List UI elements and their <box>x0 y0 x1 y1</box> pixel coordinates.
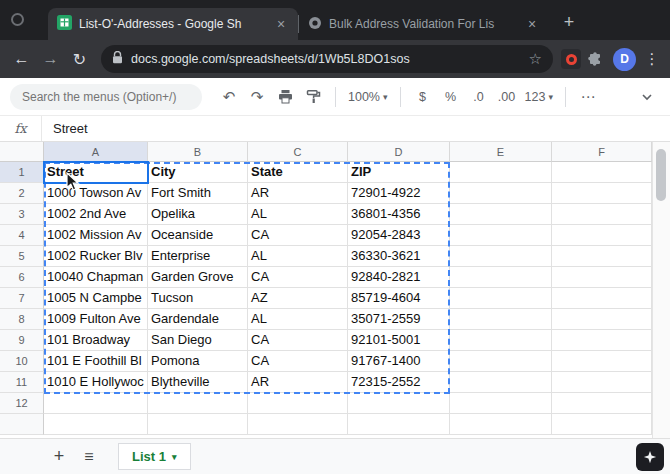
explore-button[interactable] <box>636 443 664 471</box>
cell[interactable] <box>552 372 652 393</box>
cell[interactable]: Opelika <box>148 204 248 225</box>
scrollbar-thumb[interactable] <box>656 149 666 201</box>
cell[interactable]: AL <box>248 246 348 267</box>
cell[interactable] <box>552 414 652 435</box>
cell[interactable]: 92840-2821 <box>348 267 450 288</box>
cell[interactable] <box>450 204 552 225</box>
cell[interactable]: 1002 Rucker Blv <box>44 246 148 267</box>
cell[interactable] <box>148 414 248 435</box>
extensions-puzzle-icon[interactable] <box>583 47 607 71</box>
row-header[interactable]: 10 <box>0 351 44 372</box>
row-header[interactable]: 1 <box>0 162 44 183</box>
cell[interactable]: 92054-2843 <box>348 225 450 246</box>
tab-close-icon[interactable]: × <box>524 16 540 32</box>
cell[interactable] <box>248 414 348 435</box>
add-sheet-button[interactable]: + <box>44 442 74 472</box>
browser-menu-icon[interactable]: ⋮ <box>642 50 662 68</box>
row-header[interactable]: 12 <box>0 393 44 414</box>
cell[interactable]: 1010 E Hollywoc <box>44 372 148 393</box>
cell[interactable] <box>552 162 652 183</box>
cell[interactable]: Pomona <box>148 351 248 372</box>
cell[interactable]: CA <box>248 267 348 288</box>
row-header[interactable]: 3 <box>0 204 44 225</box>
url-bar[interactable]: docs.google.com/spreadsheets/d/1Wb5L8DO1… <box>101 45 553 73</box>
cell[interactable] <box>450 330 552 351</box>
cell[interactable]: AR <box>248 372 348 393</box>
cell[interactable]: Gardendale <box>148 309 248 330</box>
cell[interactable] <box>552 309 652 330</box>
cell[interactable]: AL <box>248 309 348 330</box>
recorder-extension-icon[interactable] <box>561 49 581 69</box>
sheet-tab-list1[interactable]: List 1 ▾ <box>118 443 191 470</box>
undo-icon[interactable]: ↶ <box>216 84 242 110</box>
select-all-corner[interactable] <box>0 142 44 162</box>
cell[interactable] <box>552 351 652 372</box>
redo-icon[interactable]: ↷ <box>244 84 270 110</box>
cell[interactable]: 36801-4356 <box>348 204 450 225</box>
cell[interactable]: AR <box>248 183 348 204</box>
cell[interactable] <box>552 246 652 267</box>
cell[interactable] <box>44 393 148 414</box>
row-header[interactable] <box>0 414 44 435</box>
cell[interactable]: Street <box>44 162 148 183</box>
column-header-E[interactable]: E <box>450 142 552 162</box>
column-header-F[interactable]: F <box>552 142 652 162</box>
cell[interactable]: 1000 Towson Av <box>44 183 148 204</box>
cell[interactable] <box>348 414 450 435</box>
search-menus-input[interactable] <box>10 84 202 110</box>
cell[interactable]: Oceanside <box>148 225 248 246</box>
cell[interactable]: CA <box>248 330 348 351</box>
format-currency-button[interactable]: $ <box>410 84 436 110</box>
back-icon[interactable]: ← <box>8 46 35 73</box>
row-header[interactable]: 2 <box>0 183 44 204</box>
cell[interactable] <box>552 225 652 246</box>
cell[interactable] <box>248 393 348 414</box>
cell[interactable] <box>44 414 148 435</box>
cell[interactable] <box>450 288 552 309</box>
cell[interactable] <box>450 246 552 267</box>
increase-decimal-button[interactable]: .00 <box>494 84 520 110</box>
toolbar-overflow-button[interactable]: ⋯ <box>575 84 601 110</box>
cell[interactable] <box>552 204 652 225</box>
cell[interactable] <box>450 309 552 330</box>
column-header-A[interactable]: A <box>44 142 148 162</box>
cell[interactable]: Garden Grove <box>148 267 248 288</box>
cell[interactable] <box>148 393 248 414</box>
cell[interactable]: 10040 Chapman <box>44 267 148 288</box>
cell[interactable] <box>552 183 652 204</box>
row-header[interactable]: 9 <box>0 330 44 351</box>
cell[interactable]: 1005 N Campbe <box>44 288 148 309</box>
bookmark-star-icon[interactable]: ☆ <box>529 50 542 68</box>
zoom-select[interactable]: 100%▾ <box>345 84 391 110</box>
row-header[interactable]: 7 <box>0 288 44 309</box>
cell[interactable]: 91767-1400 <box>348 351 450 372</box>
cell[interactable] <box>450 162 552 183</box>
forward-icon[interactable]: → <box>37 46 64 73</box>
row-header[interactable]: 4 <box>0 225 44 246</box>
browser-tab-article[interactable]: Bulk Address Validation For Lis × <box>299 8 549 40</box>
cell[interactable] <box>450 393 552 414</box>
cell[interactable]: CA <box>248 225 348 246</box>
hide-menus-chevron-icon[interactable] <box>634 84 660 110</box>
cell[interactable]: State <box>248 162 348 183</box>
all-sheets-menu-icon[interactable]: ≡ <box>74 442 104 472</box>
cell[interactable]: 85719-4604 <box>348 288 450 309</box>
decrease-decimal-button[interactable]: .0 <box>466 84 492 110</box>
cell[interactable] <box>450 183 552 204</box>
cell[interactable]: Tucson <box>148 288 248 309</box>
print-icon[interactable] <box>272 84 298 110</box>
more-formats-button[interactable]: 123▾ <box>522 84 556 110</box>
cell[interactable]: 36330-3621 <box>348 246 450 267</box>
row-header[interactable]: 5 <box>0 246 44 267</box>
cell[interactable]: ZIP <box>348 162 450 183</box>
cell[interactable] <box>552 267 652 288</box>
format-percent-button[interactable]: % <box>438 84 464 110</box>
column-header-D[interactable]: D <box>348 142 450 162</box>
cell[interactable] <box>450 267 552 288</box>
cell[interactable] <box>552 288 652 309</box>
profile-avatar[interactable]: D <box>613 48 636 71</box>
cell[interactable]: AL <box>248 204 348 225</box>
cell[interactable]: 72315-2552 <box>348 372 450 393</box>
cell[interactable]: CA <box>248 351 348 372</box>
cell[interactable]: City <box>148 162 248 183</box>
